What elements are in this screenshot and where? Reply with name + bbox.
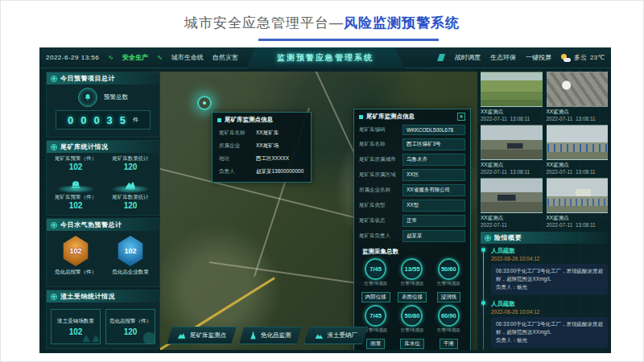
section-title: 今日水气热预警总计: [60, 220, 122, 229]
incident-title: 人员疏散: [491, 247, 608, 255]
section-tailings-stats: ✚ 尾矿库统计情况 尾矿库预警（件） 102 尾矿库预警（件） 102: [46, 140, 160, 216]
gauge-value: 13/55: [405, 265, 420, 273]
alert-total-label: 预警总数: [104, 93, 128, 101]
tab-natural-disaster[interactable]: 自然灾害: [213, 53, 238, 62]
tab-screen-cast[interactable]: 一键投屏: [526, 53, 551, 62]
square-bullet-icon: [217, 118, 221, 122]
counter-unit: 件: [133, 116, 138, 124]
camera-name: XX监测点: [481, 215, 543, 222]
section-title: 尾矿库统计情况: [60, 142, 109, 151]
stat-hazmat-alarm-count: ⬤ 危化品报警（件） 120: [105, 309, 155, 344]
flask-icon: [250, 331, 257, 339]
incident-item[interactable]: 人员疏散 2022-06-26 10:04:12 06:33:00于化工厂3号化…: [491, 300, 608, 348]
field-value: XX尾矿库: [256, 130, 279, 137]
incident-item[interactable]: 人员疏散 2022-06-26 10:04:12 06:33:00于化工厂3号化…: [491, 247, 608, 294]
stat-tailings-alerts: 尾矿库预警（件） 102 尾矿库预警（件） 102: [51, 155, 101, 210]
camera-card[interactable]: XX监测点 2022-07-11 13:08:11: [481, 125, 543, 175]
field-label: 尾矿库状态: [359, 217, 402, 224]
stat-label: 尾矿库预警（件）: [51, 194, 101, 201]
alert-total-row: 预警总数: [47, 84, 159, 109]
map-marker-beacon[interactable]: [197, 96, 212, 110]
stat-label: 尾矿库预警（件）: [51, 155, 101, 162]
tab-eco-environment[interactable]: 生态环保: [490, 53, 516, 62]
tab-wartime-dispatch[interactable]: 战时调度: [455, 53, 481, 62]
camera-card[interactable]: XX监测点 2022-07-11 13:08:11: [547, 125, 609, 175]
gauge-surface-displacement: 13/55 告警/传感器 表面位移: [394, 258, 429, 302]
popup-row: 所属企业 XX尾矿场: [213, 139, 311, 152]
satellite-map[interactable]: 尾矿库监测点信息 尾矿库名称 XX尾矿库 所属企业 XX尾矿场 地址 西工区XX…: [160, 72, 477, 350]
button-hazmat-monitoring[interactable]: 危化品监测: [239, 327, 302, 344]
popup-title: 尾矿库监测点信息: [225, 116, 273, 124]
left-panel: ✚ 今日预警项目总计 预警总数 0 0 0 3 5 件: [46, 72, 160, 350]
gauge-value: 50/60: [441, 265, 456, 273]
camera-thumbnail[interactable]: [481, 72, 543, 107]
button-label: 尾矿库监测点: [190, 331, 226, 339]
camera-card[interactable]: XX监测点 2022-07-11 13:08:11: [481, 72, 543, 121]
button-tailings-points[interactable]: 尾矿库监测点: [167, 327, 237, 344]
gauge-label: 干滩: [440, 339, 458, 349]
camera-name: XX监测点: [481, 109, 543, 116]
field-value: 赵某某13600000000: [256, 168, 303, 175]
camera-card[interactable]: XX监测点 2022-07-11: [481, 178, 543, 228]
field-label: 尾矿库名称: [359, 141, 402, 148]
gauge-value: 7/45: [369, 312, 382, 319]
button-label: 渣土受纳厂: [328, 331, 358, 339]
tab-city-lifeline[interactable]: 城市生命线: [171, 53, 204, 62]
field-label: 地址: [219, 155, 256, 162]
tailings-point-popup: 尾矿库监测点信息 尾矿库名称 XX尾矿库 所属企业 XX尾矿场 地址 西工区XX…: [212, 112, 312, 183]
field-label: 尾矿库编码: [359, 126, 402, 134]
gauge-label: 内部位移: [361, 292, 390, 302]
camera-thumbnail[interactable]: [481, 178, 543, 213]
popup-row: 所属企业名称 XX省服务有限公司: [354, 183, 470, 198]
stat-value: 102: [51, 162, 101, 171]
gauge-label: 雨量: [366, 339, 385, 349]
datetime-label: 2022-6-29 13:56: [46, 54, 99, 61]
stat-label: 渣土受纳场数量: [57, 318, 94, 325]
gauge-reservoir-level: 50/80 告警/传感器 库水位: [394, 305, 429, 349]
close-icon[interactable]: ✕: [457, 113, 465, 121]
tailings-detail-popup: 尾矿库监测点信息 ✕ 尾矿库编码 WKKCODL500L678 尾矿库名称 西工…: [353, 109, 471, 350]
banner-slash-icon: [437, 54, 445, 61]
field-value: 赵某某: [402, 230, 465, 242]
section-title: 渣土受纳统计情况: [60, 292, 115, 301]
warehouse-icon: [177, 332, 186, 339]
camera-thumbnail[interactable]: [547, 178, 609, 213]
map-road: [209, 261, 369, 286]
stat-label: 危化品报警（件）: [109, 318, 151, 325]
popup-row: 尾矿库类型 XX型: [354, 198, 470, 213]
camera-card[interactable]: XX监测点 2022-07-11 13:08:11: [547, 178, 609, 228]
popup-row: 尾矿库状态 正常: [354, 213, 470, 228]
gauge-label: 库水位: [400, 339, 424, 349]
camera-timestamp: 2022-07-11 13:08:11: [481, 116, 543, 121]
stat-tailings-count: 尾矿库数量统计 120 尾矿库数量统计 120: [105, 155, 155, 210]
timeline-dot-icon: [481, 301, 485, 305]
page-title: 城市安全应急管理平台—风险监测预警系统: [1, 14, 643, 32]
sensor-gauge-grid: 7/45 告警/传感器 内部位移 13/55 告警/传感器 表面位移 50/60…: [354, 258, 470, 349]
popup-header: 尾矿库监测点信息 ✕: [354, 109, 470, 123]
camera-thumbnail[interactable]: [547, 72, 609, 107]
counter-digit: 3: [107, 114, 113, 126]
field-label: 尾矿库所属城市: [359, 156, 402, 163]
button-muck-sites[interactable]: 渣土受纳厂: [304, 327, 369, 344]
plus-diamond-icon: ✚: [51, 294, 57, 300]
mountain-icon: [315, 332, 324, 339]
camera-card[interactable]: XX监测点 2022-07-11 13:08:11: [547, 72, 609, 121]
hex-label: 危化品企业数量: [105, 269, 155, 276]
field-label: 所属企业: [219, 142, 256, 150]
camera-grid: XX监测点 2022-07-11 13:08:11 XX监测点 2022-07-…: [481, 72, 608, 228]
camera-thumbnail[interactable]: [481, 125, 543, 160]
blue-hexagon-badge: 102: [117, 236, 144, 266]
field-value: 乌鲁木齐: [402, 154, 465, 166]
stat-value: 120: [105, 201, 155, 210]
alert-counter: 0 0 0 3 5 件: [56, 110, 151, 130]
tailings-stat-row: 尾矿库预警（件） 102 尾矿库预警（件） 102 尾矿库数量统计 120: [47, 153, 159, 212]
pulse-icon: ∿: [157, 54, 163, 61]
field-label: 尾矿库负责人: [359, 232, 402, 240]
stat-value: 120: [105, 162, 155, 171]
stat-label: 尾矿库数量统计: [105, 194, 155, 201]
field-label: 尾矿库名称: [219, 130, 256, 137]
stat-value: 120: [124, 327, 138, 336]
camera-thumbnail[interactable]: [547, 125, 609, 160]
incident-owner: 负责人：杨光: [496, 283, 603, 291]
tab-safety-production[interactable]: 安全生产: [122, 53, 148, 62]
